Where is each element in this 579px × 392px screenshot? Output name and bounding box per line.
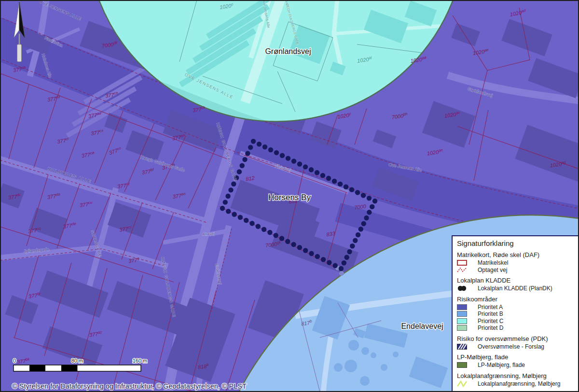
kladde-dot	[349, 187, 354, 192]
kladde-dot	[223, 200, 228, 204]
kladde-dot	[225, 194, 230, 199]
legend-item-kladde-dots: Lokalplan KLADDE (PlanDK)	[457, 285, 574, 292]
kladde-dot	[256, 224, 261, 229]
place-label: Horsens By	[268, 193, 311, 202]
kladde-dot	[370, 204, 374, 209]
legend-item-label: Prioritet A	[478, 304, 503, 311]
kladde-dot	[291, 159, 296, 163]
copyright-text: © Styrelsen for Dataforsyning og Infrast…	[12, 382, 247, 390]
kladde-dot	[364, 216, 369, 220]
kladde-dot	[320, 173, 325, 178]
kladde-dot	[291, 242, 296, 247]
legend-panel: Signaturforklaring Matrikelkort, Røde sk…	[452, 235, 579, 392]
kladde-dot	[244, 218, 248, 223]
kladde-dot	[297, 245, 302, 250]
kladde-dot	[353, 238, 358, 243]
legend-item-optaget-vej: Optaget vej	[457, 267, 574, 274]
kladde-dot	[355, 190, 360, 195]
scale-label-0: 0	[13, 358, 16, 364]
scale-label-80: 80 m	[71, 358, 83, 364]
place-label: Grønlandsvej	[265, 47, 311, 55]
kladde-dot	[356, 232, 360, 237]
kladde-dot	[315, 170, 319, 175]
legend-item-label: Oversvømmelse - Forslag	[478, 343, 544, 350]
kladde-dot	[326, 176, 331, 181]
kladde-dot	[309, 251, 314, 256]
legend-item-label: Lokalplanafgrænsning, Mølbjerg	[478, 380, 560, 387]
legend-item-prioritet-a: Prioritet A	[457, 304, 574, 311]
kladde-dot	[327, 260, 331, 265]
kladde-dot	[358, 227, 363, 231]
scale-label-160: 160 m	[133, 358, 148, 364]
kladde-dot	[347, 249, 352, 254]
lp-molbjerg-swatch-icon	[457, 362, 469, 368]
kladde-dot	[285, 239, 290, 244]
legend-item-label: Prioritet B	[478, 311, 503, 317]
place-label: Endelavevej	[401, 322, 443, 330]
legend-item-lokalplan-zigzag: Lokalplanafgrænsning, Mølbjerg	[457, 380, 574, 388]
kladde-dot	[332, 179, 337, 184]
kladde-dot	[339, 266, 344, 271]
legend-item-oversvommelse: Oversvømmelse - Forslag	[457, 343, 574, 351]
kladde-dot	[345, 255, 349, 260]
kladde-dot	[361, 221, 366, 226]
prioritet-c-swatch-icon	[457, 318, 469, 324]
kladde-dot	[350, 243, 355, 248]
legend-item-prioritet-c: Prioritet C	[457, 318, 574, 325]
kladde-dots-swatch-icon	[457, 285, 469, 292]
kladde-dot	[228, 188, 233, 192]
legend-item-label: Prioritet D	[478, 324, 503, 331]
street-label: Alrøvej	[202, 231, 215, 236]
kladde-dot	[257, 142, 262, 147]
kladde-dot	[237, 169, 242, 174]
kladde-dot	[267, 230, 272, 235]
legend-item-label: LP-Mølbjerg, flade	[478, 362, 525, 368]
kladde-dot	[249, 221, 254, 226]
kladde-dot	[367, 210, 372, 215]
kladde-dot	[251, 139, 256, 144]
legend-section-header: Risiko for oversvømmelse (PDK)	[457, 335, 574, 342]
kladde-dot	[240, 163, 245, 168]
legend-section-header: Matrikelkort, Røde skel (DAF)	[457, 251, 574, 258]
kladde-dot	[342, 260, 346, 265]
prioritet-b-swatch-icon	[457, 311, 469, 317]
kladde-dot	[245, 151, 250, 156]
kladde-dot	[274, 233, 278, 238]
legend-item-label: Optaget vej	[478, 267, 507, 273]
kladde-dot	[309, 167, 314, 172]
kladde-dot	[338, 181, 343, 186]
legend-item-label: Prioritet C	[478, 318, 503, 324]
kladde-dot	[262, 227, 266, 232]
legend-item-prioritet-b: Prioritet B	[457, 311, 574, 318]
legend-section-header: Lokalplan KLADDE	[457, 277, 574, 284]
matrikelskel-swatch-icon	[457, 260, 469, 266]
prioritet-d-swatch-icon	[457, 325, 469, 331]
kladde-dot	[248, 145, 253, 149]
kladde-dot	[231, 181, 236, 186]
lokalplan-zigzag-swatch-icon	[457, 380, 469, 387]
kladde-dot	[242, 157, 247, 162]
kladde-dot	[268, 148, 273, 152]
kladde-dot	[274, 150, 279, 155]
legend-item-label: Lokalplan KLADDE (PlanDK)	[478, 285, 552, 292]
kladde-dot	[286, 156, 290, 161]
kladde-dot	[367, 196, 372, 201]
kladde-dot	[372, 199, 377, 203]
kladde-dot	[226, 209, 231, 214]
kladde-dot	[220, 206, 225, 211]
kladde-dot	[321, 257, 326, 262]
kladde-dot	[232, 212, 236, 216]
oversvommelse-swatch-icon	[457, 343, 469, 350]
legend-item-prioritet-d: Prioritet D	[457, 324, 574, 332]
kladde-dot	[315, 254, 320, 259]
legend-item-matrikelskel: Matrikelskel	[457, 259, 574, 267]
kladde-dot	[297, 162, 302, 166]
kladde-dot	[344, 184, 348, 189]
kladde-dot	[262, 145, 267, 149]
kladde-dot	[303, 164, 308, 169]
kladde-dot	[303, 248, 308, 253]
kladde-dot	[238, 215, 243, 220]
prioritet-a-swatch-icon	[457, 304, 469, 310]
legend-section-header: LP-Mølbjerg, flade	[457, 353, 574, 361]
legend-section-header: Lokalplanafgrænsning, Mølbjerg	[457, 372, 574, 379]
